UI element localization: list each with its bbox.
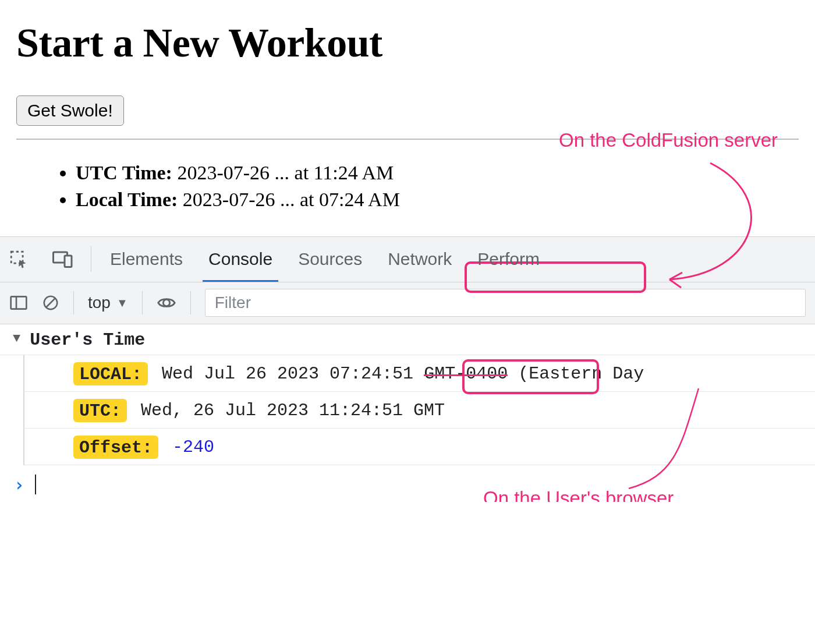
tab-network[interactable]: Network [384, 237, 455, 282]
console-group-header[interactable]: ▼ User's Time [0, 324, 815, 355]
divider [142, 291, 143, 314]
console-row-local: LOCAL: Wed Jul 26 2023 07:24:51 GMT-0400… [23, 355, 815, 392]
tab-elements[interactable]: Elements [107, 237, 186, 282]
divider [73, 291, 74, 314]
local-time-row: Local Time: 2023-07-26 ... at 07:24 AM [76, 186, 799, 213]
console-group-title: User's Time [30, 330, 145, 350]
text-caret [35, 475, 36, 494]
utc-time-row: UTC Time: 2023-07-26 ... at 11:24 AM [76, 160, 799, 186]
utc-value: Wed, 26 Jul 2023 11:24:51 GMT [141, 401, 445, 420]
local-time-label: Local Time: [76, 189, 178, 210]
device-toggle-icon[interactable] [50, 250, 76, 268]
console-row-offset: Offset: -240 [23, 429, 815, 465]
local-time-value-prefix: 2023-07-26 ... [183, 189, 300, 210]
chevron-down-icon: ▼ [116, 296, 128, 310]
get-swole-button[interactable]: Get Swole! [16, 95, 124, 126]
local-date: Wed Jul 26 2023 [162, 364, 319, 384]
local-tz-rest: (Eastern Day [508, 364, 644, 384]
divider [91, 246, 91, 272]
utc-time-label: UTC Time: [76, 162, 172, 183]
filter-input[interactable] [214, 293, 797, 313]
console-toolbar: top ▼ [0, 282, 815, 324]
tab-console[interactable]: Console [205, 237, 276, 282]
local-time-value-highlight: at 07:24 AM [300, 189, 400, 210]
clear-console-icon[interactable] [42, 294, 59, 312]
annotation-browser-text: On the User's browser [483, 487, 674, 502]
devtools-tabs: Elements Console Sources Network Perform [0, 237, 815, 282]
local-time-highlight: 07:24:51 [329, 364, 413, 384]
svg-line-6 [47, 299, 55, 307]
tab-sources[interactable]: Sources [295, 237, 366, 282]
offset-value: -240 [172, 437, 214, 457]
divider [190, 291, 191, 314]
console-row-utc: UTC: Wed, 26 Jul 2023 11:24:51 GMT [23, 392, 815, 429]
tab-performance[interactable]: Perform [474, 237, 543, 282]
disclosure-triangle-icon[interactable]: ▼ [13, 331, 20, 346]
tag-local: LOCAL: [73, 362, 148, 385]
context-label: top [88, 293, 111, 312]
console-prompt[interactable]: › [0, 465, 815, 502]
context-selector[interactable]: top ▼ [88, 293, 128, 312]
sidebar-toggle-icon[interactable] [9, 295, 28, 311]
tag-offset: Offset: [73, 436, 158, 459]
page-title: Start a New Workout [16, 20, 799, 66]
live-expression-icon[interactable] [157, 296, 176, 310]
times-list: UTC Time: 2023-07-26 ... at 11:24 AM Loc… [58, 160, 799, 213]
tag-utc: UTC: [73, 399, 127, 422]
svg-point-7 [163, 300, 169, 306]
annotation-server-text: On the ColdFusion server [559, 129, 778, 151]
filter-input-wrapper[interactable] [205, 289, 806, 317]
svg-rect-3 [11, 297, 27, 309]
utc-time-value: 2023-07-26 ... at 11:24 AM [177, 162, 394, 183]
inspect-icon[interactable] [6, 249, 31, 269]
chevron-right-icon: › [14, 475, 24, 495]
local-tz-strikethrough: GMT-0400 [424, 364, 508, 384]
svg-rect-2 [65, 256, 72, 267]
